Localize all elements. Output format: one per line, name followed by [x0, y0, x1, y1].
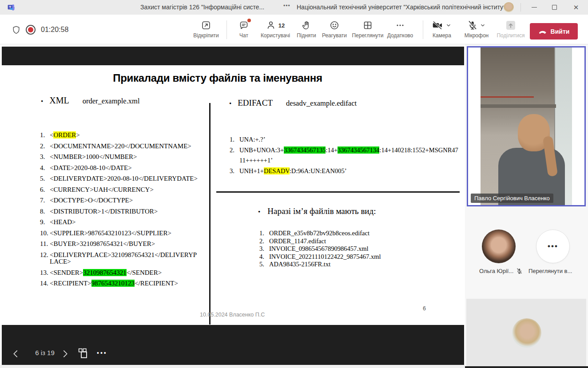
filenames-heading: • Наразі ім’я файлів мають вид:	[258, 206, 376, 216]
camera-button[interactable]: Камера	[422, 20, 462, 43]
unpin-button[interactable]: Відкріпити	[187, 20, 225, 43]
video-ceiling-pipe	[481, 96, 534, 98]
main-speaker-video-tile[interactable]: Павло Сергійович Власенко	[467, 46, 586, 206]
mic-off-icon	[467, 20, 478, 31]
maximize-icon	[552, 5, 557, 10]
maximize-button[interactable]	[545, 0, 563, 15]
slide-footer: 10.05.2024 Власенко П.С	[200, 312, 265, 318]
participants-icon	[266, 20, 277, 31]
presentation-slide: Прикалади вмісту файлів та іменування • …	[2, 65, 464, 325]
self-view-video-tile[interactable]	[466, 299, 586, 366]
xml-tag-item: 11.<BUYER>3210987654321</BUYER>	[40, 241, 215, 248]
mic-button[interactable]: Мікрофон	[457, 20, 497, 43]
sidebar-bottom-strip	[465, 366, 588, 368]
slide-more-options-button[interactable]: •••	[97, 349, 107, 356]
slide-position-indicator: 6 із 19	[25, 349, 65, 356]
participants-sidebar: Павло Сергійович Власенко Ольга Юрії... …	[465, 44, 588, 368]
letterbox-top	[2, 47, 464, 65]
more-button[interactable]: Додатково	[381, 20, 419, 43]
minimize-button[interactable]	[525, 0, 543, 15]
speaker-video-feed	[481, 47, 572, 205]
xml-tag-item: 14.<RECIPIENT>9876543210123</RECIPIENT>	[40, 280, 215, 287]
xml-filename: order_example.xml	[83, 97, 140, 106]
close-button[interactable]: ✕	[567, 0, 585, 15]
camera-chevron-icon[interactable]	[445, 22, 452, 28]
bullet-icon: •	[229, 100, 231, 107]
meeting-title: Захист магістрів 126 "Інформаційні систе…	[140, 4, 264, 11]
filename-list: 1.ORDER_e35v8b72bv92b8ceos.edifact2.ORDE…	[259, 230, 446, 269]
overflow-participants-button[interactable]: •••	[536, 230, 570, 263]
shield-icon	[12, 25, 21, 35]
react-label: Реагувати	[322, 32, 347, 39]
chat-icon	[238, 20, 249, 31]
teams-meeting-window: Захист магістрів 126 "Інформаційні систе…	[0, 0, 588, 368]
slide-grid-view-button[interactable]	[78, 348, 90, 360]
view-button[interactable]: Переглянути	[349, 20, 386, 43]
camera-off-icon	[432, 20, 444, 31]
shared-screen-region: Прикалади вмісту файлів та іменування • …	[0, 44, 465, 368]
participants-count: 12	[278, 22, 285, 29]
xml-tag-item: 4.<DATE>2020-08-10</DATE>	[40, 165, 215, 172]
next-slide-button[interactable]	[61, 349, 69, 359]
xml-tag-item: 5.<DELIVERYDATE>2020-08-10</DELIVERYDATE…	[40, 175, 215, 182]
edifact-segment-list: 1.UNA:+.?’2.UNB+UNOA:3+3367434567135:14+…	[230, 135, 469, 177]
edifact-segment-item: 3.UNH+1+DESADV:D:96A:UN:EAN005’	[230, 166, 469, 176]
share-button: Поділитися	[492, 20, 529, 43]
titlebar: Захист магістрів 126 "Інформаційні систе…	[0, 0, 588, 15]
xml-format-label: XML	[49, 95, 69, 106]
leave-button[interactable]: Вийти	[530, 23, 578, 40]
leave-label: Вийти	[551, 28, 570, 35]
xml-tag-item: 8.<DISTRIBUTOR>1</DISTRIBUTOR>	[40, 208, 215, 215]
xml-tag-item: 1.<ORDER>	[40, 132, 215, 139]
close-icon: ✕	[573, 4, 579, 11]
edifact-column-header: • EDIFACT desadv_example.edifact	[229, 98, 357, 108]
title-overflow-icon[interactable]: •••	[283, 3, 290, 9]
edifact-filename: desadv_example.edifact	[286, 99, 357, 108]
filenames-heading-text: Наразі ім’я файлів мають вид:	[267, 206, 376, 216]
xml-tag-item: 9.<HEAD>	[40, 219, 215, 226]
raise-hand-icon	[301, 20, 312, 31]
titlebar-divider	[520, 3, 521, 12]
participants-label: Користувачі	[261, 32, 290, 39]
recording-indicator-icon	[26, 25, 36, 35]
meeting-timer: 01:20:58	[41, 26, 68, 34]
org-title: Національний технічний університет "Харк…	[297, 4, 508, 11]
xml-column-header: • XML order_example.xml	[41, 95, 139, 106]
unpin-label: Відкріпити	[193, 32, 219, 39]
self-view-avatar	[512, 318, 541, 348]
xml-tag-item: 13.<SENDER>3210987654321</SENDER>	[40, 269, 215, 277]
filename-item: 5.ADA98435-2156FR.txt	[259, 261, 446, 269]
bullet-icon: •	[41, 98, 43, 105]
participant-avatar[interactable]	[482, 230, 516, 263]
edifact-segment-item: 2.UNB+UNOA:3+3367434567135:14+3367434567…	[230, 145, 469, 166]
xml-tag-item: 3.<NUMBER>1000</NUMBER>	[40, 154, 215, 161]
filename-item: 4.INVOICE_20221110122422_9875467.xml	[259, 253, 446, 261]
meeting-toolbar: 01:20:58 Відкріпити Чат	[0, 15, 588, 44]
react-smiley-icon	[329, 20, 340, 31]
xml-tag-list: 1.<ORDER>2.<DOCUMENTNAME>220</DOCUMENTNA…	[40, 132, 215, 291]
slide-page-number: 6	[423, 305, 426, 312]
overflow-dots-icon: •••	[548, 242, 558, 251]
view-more-label: Переглянути в...	[528, 268, 572, 274]
prev-slide-button[interactable]	[12, 349, 20, 359]
xml-tag-item: 12.<DELIVERYPLACE>3210987654321</DELIVER…	[40, 252, 215, 265]
xml-tag-item: 10.<SUPPLIER>9876543210123</SUPPLIER>	[40, 230, 215, 237]
hangup-phone-icon	[538, 29, 547, 34]
more-icon	[395, 20, 405, 31]
more-label: Додатково	[387, 32, 413, 39]
chat-label: Чат	[239, 32, 248, 39]
filename-item: 1.ORDER_e35v8b72bv92b8ceos.edifact	[259, 230, 446, 237]
teams-app-icon	[7, 3, 16, 12]
mic-chevron-icon[interactable]	[480, 22, 486, 28]
edifact-format-label: EDIFACT	[238, 98, 273, 108]
section-divider-line	[216, 191, 460, 193]
titlebar-avatar[interactable]	[504, 2, 514, 12]
edifact-segment-item: 1.UNA:+.?’	[230, 135, 469, 145]
mic-muted-icon	[516, 268, 523, 274]
bullet-icon: •	[258, 208, 260, 216]
slide-nav-bar: 6 із 19 •••	[2, 325, 464, 365]
chat-notification-dot	[247, 19, 251, 22]
share-icon	[505, 20, 516, 31]
xml-tag-item: 7.<DOCTYPE>O</DOCTYPE>	[40, 197, 215, 204]
react-button[interactable]: Реагувати	[316, 20, 353, 43]
